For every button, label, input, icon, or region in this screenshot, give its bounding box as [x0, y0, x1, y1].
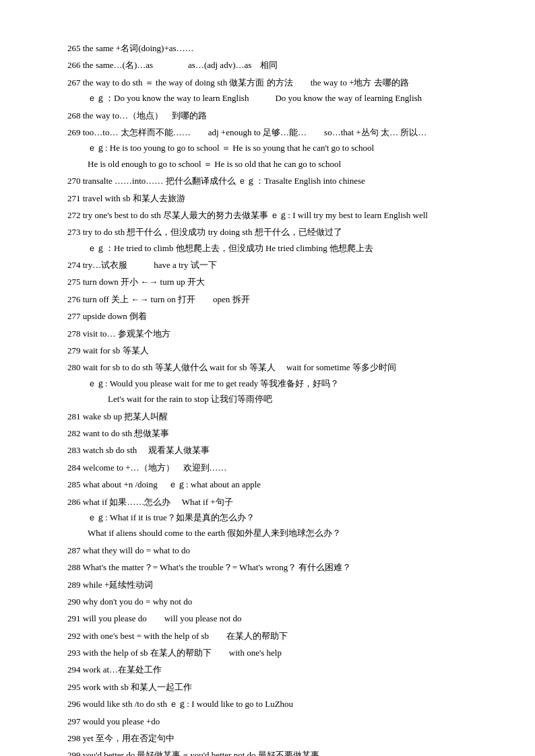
entry-297-line1: 297 would you please +do [67, 714, 481, 729]
entry-270: 270 transalte ……into…… 把什么翻译成什么 ｅｇ：Trasa… [67, 173, 481, 188]
entry-284-line1: 284 welcome to +…（地方） 欢迎到…… [67, 460, 481, 475]
entry-286-line2: ｅｇ: What if it is true？如果是真的怎么办？ [67, 510, 481, 525]
entry-280-line2: ｅｇ: Would you please wait for me to get … [67, 376, 481, 391]
entry-267: 267 the way to do sth ＝ the way of doing… [67, 75, 481, 106]
entry-296: 296 would like sth /to do sth ｅｇ: I woul… [67, 696, 481, 712]
entry-292-line1: 292 with one's best = with the help of s… [67, 628, 481, 644]
entry-282-line1: 282 want to do sth 想做某事 [67, 425, 481, 441]
entry-298-line1: 298 yet 至今，用在否定句中 [67, 730, 481, 746]
entry-269-line2: ｅｇ: He is too young to go to school ＝ He… [67, 140, 481, 156]
entry-291-line1: 291 will you please do will you please n… [67, 611, 481, 626]
entry-292: 292 with one's best = with the help of s… [67, 628, 481, 644]
entry-280-line1: 280 wait for sb to do sth 等某人做什么 wait fo… [67, 359, 481, 375]
main-content: 265 the same +名词(doing)+as…… 266 the sam… [67, 40, 481, 756]
entry-277: 277 upside down 倒着 [67, 308, 481, 324]
entry-289: 289 while +延续性动词 [67, 577, 481, 592]
entry-295: 295 work with sb 和某人一起工作 [67, 679, 481, 695]
entry-296-line1: 296 would like sth /to do sth ｅｇ: I woul… [67, 696, 481, 712]
entry-288-line1: 288 What's the matter？= What's the troub… [67, 559, 481, 575]
entry-285-line1: 285 what about +n /doing ｅｇ: what about … [67, 477, 481, 492]
entry-293-line1: 293 with the help of sb 在某人的帮助下 with one… [67, 645, 481, 660]
entry-268-line1: 268 the way to…（地点） 到哪的路 [67, 108, 481, 123]
entry-276-line1: 276 turn off 关上 ←→ turn on 打开 open 拆开 [67, 291, 481, 307]
entry-299-line1: 299 you'd better do 最好做某事 = you'd better… [67, 747, 481, 756]
entry-294-line1: 294 work at…在某处工作 [67, 662, 481, 677]
entry-272: 272 try one's best to do sth 尽某人最大的努力去做某… [67, 207, 481, 223]
entry-282: 282 want to do sth 想做某事 [67, 425, 481, 441]
entry-269-line1: 269 too…to… 太怎样而不能…… adj +enough to 足够…能… [67, 125, 481, 140]
entry-286-line3: What if aliens should come to the earth … [67, 525, 481, 541]
entry-266: 266 the same…(名)…as as…(adj adv)…as 相同 [67, 57, 481, 73]
entry-277-line1: 277 upside down 倒着 [67, 308, 481, 324]
entry-289-line1: 289 while +延续性动词 [67, 577, 481, 592]
entry-275: 275 turn down 开小 ←→ turn up 开大 [67, 274, 481, 289]
entry-280-line3: Let's wait for the rain to stop 让我们等雨停吧 [67, 391, 481, 407]
entry-287-line1: 287 what they will do = what to do [67, 543, 481, 558]
entry-278: 278 visit to… 参观某个地方 [67, 326, 481, 341]
entry-291: 291 will you please do will you please n… [67, 611, 481, 626]
entry-266-line1: 266 the same…(名)…as as…(adj adv)…as 相同 [67, 57, 481, 73]
entry-273-line1: 273 try to do sth 想干什么，但没成功 try doing st… [67, 224, 481, 240]
entry-273: 273 try to do sth 想干什么，但没成功 try doing st… [67, 224, 481, 256]
entry-268: 268 the way to…（地点） 到哪的路 [67, 108, 481, 123]
entry-280: 280 wait for sb to do sth 等某人做什么 wait fo… [67, 359, 481, 407]
entry-265: 265 the same +名词(doing)+as…… [67, 40, 481, 56]
entry-279: 279 wait for sb 等某人 [67, 343, 481, 358]
entry-271: 271 travel with sb 和某人去旅游 [67, 191, 481, 206]
entry-265-line1: 265 the same +名词(doing)+as…… [67, 40, 481, 56]
entry-274-line1: 274 try…试衣服 have a try 试一下 [67, 257, 481, 273]
entry-270-line1: 270 transalte ……into…… 把什么翻译成什么 ｅｇ：Trasa… [67, 173, 481, 188]
entry-287: 287 what they will do = what to do [67, 543, 481, 558]
entry-295-line1: 295 work with sb 和某人一起工作 [67, 679, 481, 695]
entry-283: 283 watch sb do sth 观看某人做某事 [67, 442, 481, 458]
entry-267-line1: 267 the way to do sth ＝ the way of doing… [67, 75, 481, 90]
entry-273-line2: ｅｇ：He tried to climb 他想爬上去，但没成功 He tried… [67, 240, 481, 256]
entry-290-line1: 290 why don't you do = why not do [67, 594, 481, 609]
entry-297: 297 would you please +do [67, 714, 481, 729]
entry-298: 298 yet 至今，用在否定句中 [67, 730, 481, 746]
entry-269-line3: He is old enough to go to school ＝ He is… [67, 156, 481, 172]
entry-286: 286 what if 如果……怎么办 What if +句子 ｅｇ: What… [67, 494, 481, 541]
entry-293: 293 with the help of sb 在某人的帮助下 with one… [67, 645, 481, 660]
entry-285: 285 what about +n /doing ｅｇ: what about … [67, 477, 481, 492]
entry-299: 299 you'd better do 最好做某事 = you'd better… [67, 747, 481, 756]
entry-286-line1: 286 what if 如果……怎么办 What if +句子 [67, 494, 481, 510]
entry-288: 288 What's the matter？= What's the troub… [67, 559, 481, 575]
entry-281: 281 wake sb up 把某人叫醒 [67, 409, 481, 424]
entry-274: 274 try…试衣服 have a try 试一下 [67, 257, 481, 273]
entry-284: 284 welcome to +…（地方） 欢迎到…… [67, 460, 481, 475]
entry-276: 276 turn off 关上 ←→ turn on 打开 open 拆开 [67, 291, 481, 307]
entry-278-line1: 278 visit to… 参观某个地方 [67, 326, 481, 341]
entry-283-line1: 283 watch sb do sth 观看某人做某事 [67, 442, 481, 458]
entry-275-line1: 275 turn down 开小 ←→ turn up 开大 [67, 274, 481, 289]
entry-290: 290 why don't you do = why not do [67, 594, 481, 609]
entry-272-line1: 272 try one's best to do sth 尽某人最大的努力去做某… [67, 207, 481, 223]
entry-294: 294 work at…在某处工作 [67, 662, 481, 677]
entry-281-line1: 281 wake sb up 把某人叫醒 [67, 409, 481, 424]
entry-271-line1: 271 travel with sb 和某人去旅游 [67, 191, 481, 206]
entry-279-line1: 279 wait for sb 等某人 [67, 343, 481, 358]
entry-267-line2: ｅｇ：Do you know the way to learn English … [67, 90, 481, 106]
entry-269: 269 too…to… 太怎样而不能…… adj +enough to 足够…能… [67, 125, 481, 172]
